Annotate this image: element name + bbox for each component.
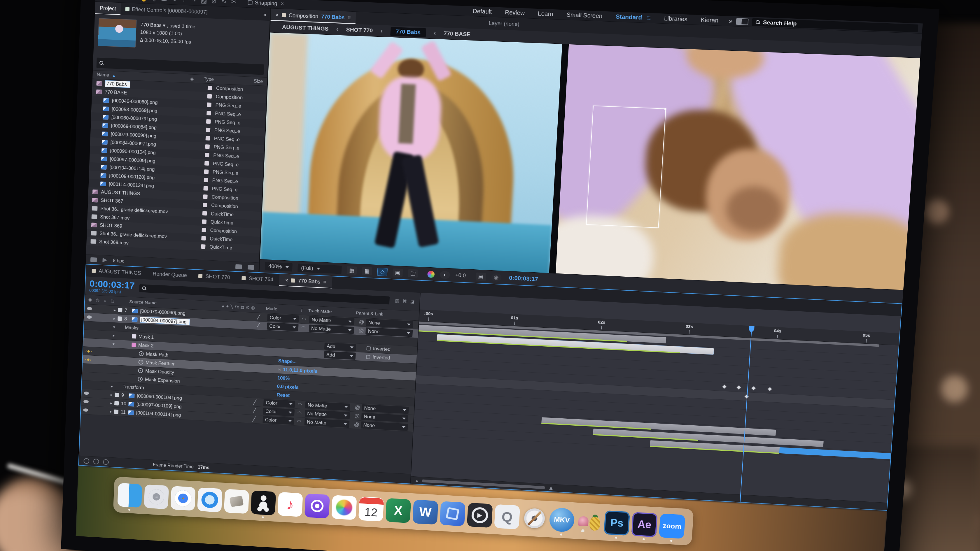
constrain-link-icon[interactable]: ∞ <box>278 367 282 372</box>
lock-column-icon[interactable]: ◻ <box>110 298 116 303</box>
clone-stamp-tool-icon[interactable]: ▨ <box>199 0 209 5</box>
workspace-menu-icon[interactable]: ≡ <box>647 14 651 22</box>
snapping-checkbox[interactable] <box>248 0 253 5</box>
workspace-tab-standard[interactable]: Standard <box>616 13 642 21</box>
mask-visibility-icon[interactable]: ◇ <box>377 268 388 276</box>
zoom-tool-icon[interactable]: ⌂ <box>119 0 130 2</box>
layer-label-swatch[interactable] <box>118 308 122 312</box>
label-color-swatch[interactable] <box>207 102 212 107</box>
eraser-tool-icon[interactable]: ⊘ <box>209 0 220 5</box>
breadcrumb-shot-770[interactable]: SHOT 770 <box>346 26 373 34</box>
breadcrumb-august-things[interactable]: AUGUST THINGS <box>282 24 329 32</box>
label-column-icon[interactable]: ◈ <box>190 76 204 82</box>
workspace-tab-small-screen[interactable]: Small Screen <box>566 11 603 19</box>
workspace-tab-learn[interactable]: Learn <box>538 10 553 17</box>
audio-column-icon[interactable]: ◎ <box>94 297 100 303</box>
workspace-tab-default[interactable]: Default <box>473 8 492 16</box>
magnification-dropdown[interactable]: 400% <box>265 262 293 272</box>
label-color-swatch[interactable] <box>202 228 206 232</box>
quality-switch-icon[interactable]: ╱ <box>250 322 267 329</box>
track-matte-toggle[interactable]: ◠ <box>298 402 305 408</box>
roto-brush-tool-icon[interactable]: ∿ <box>219 0 229 5</box>
dock-chrome-icon[interactable] <box>171 486 196 511</box>
dock-video-player-icon[interactable]: ▶ <box>467 503 493 528</box>
track-matte-toggle[interactable] <box>360 339 367 340</box>
track-matte-toggle[interactable]: ◠ <box>297 419 305 424</box>
keyframe-navigator-icon[interactable]: ‹◆› <box>85 357 92 362</box>
pickwhip-icon[interactable]: @ <box>357 319 366 326</box>
color-management-icon[interactable] <box>427 270 435 278</box>
column-size[interactable]: Size <box>250 78 263 84</box>
video-eye-icon[interactable] <box>83 408 88 412</box>
dock-disc-burner-icon[interactable] <box>522 506 547 531</box>
checkerboard-icon[interactable]: ▩ <box>362 267 372 275</box>
dock-system-settings-icon[interactable] <box>144 484 169 509</box>
dock-word-icon[interactable]: W <box>412 500 438 525</box>
puppet-pin-tool-icon[interactable]: ✂ <box>229 0 239 6</box>
breadcrumb-770-base[interactable]: 770 BASE <box>444 30 471 38</box>
dock-photos-icon[interactable] <box>331 495 357 520</box>
mode-dropdown[interactable]: Add <box>324 351 356 360</box>
workspace-tab-libraries[interactable]: Libraries <box>664 15 687 23</box>
layer-label-swatch[interactable] <box>115 393 119 397</box>
workspace-tab-kieran[interactable]: Kieran <box>701 17 719 24</box>
property-value[interactable]: Reset <box>277 392 290 398</box>
track-matte-dropdown[interactable]: No Matte <box>309 324 354 334</box>
label-color-swatch[interactable] <box>203 203 207 207</box>
frame-blending-toggle-icon[interactable] <box>93 459 99 464</box>
twirl-icon[interactable] <box>110 360 116 361</box>
twirl-icon[interactable] <box>110 352 116 353</box>
twirl-icon[interactable]: ▸ <box>108 409 114 414</box>
pickwhip-icon[interactable]: @ <box>357 328 366 334</box>
video-eye-icon[interactable] <box>83 400 89 403</box>
twirl-icon[interactable]: ▸ <box>108 400 115 405</box>
transparency-grid-icon[interactable]: ◫ <box>408 269 418 278</box>
column-mode[interactable]: Mode <box>266 306 301 313</box>
pickwhip-icon[interactable]: @ <box>353 404 362 411</box>
layer-name-edit-field[interactable]: [000084-000097].png <box>140 317 190 325</box>
motion-blur-toggle-icon[interactable] <box>103 459 109 465</box>
tab-layer[interactable]: Layer (none) <box>484 17 524 30</box>
snapping-close-icon[interactable]: × <box>281 1 284 7</box>
keyframe-icon[interactable] <box>767 387 772 391</box>
quality-switch-icon[interactable]: ╱ <box>245 416 263 422</box>
bit-depth[interactable]: 8 bpc <box>113 258 124 264</box>
orbit-camera-tool-icon[interactable]: ↻ <box>129 0 140 2</box>
dock-quicktime-icon[interactable]: Q <box>494 504 520 529</box>
track-matte-dropdown[interactable]: No Matte <box>304 418 349 428</box>
pen-tool-icon[interactable]: ✎ <box>169 0 180 3</box>
column-name[interactable]: Name <box>97 72 109 78</box>
viewer-timecode[interactable]: 0:00:03:17 <box>509 275 538 283</box>
project-tab-project[interactable]: Project <box>95 2 121 15</box>
twirl-icon[interactable]: ▾ <box>110 341 117 346</box>
column-type[interactable]: Type <box>204 76 250 83</box>
mode-dropdown[interactable]: Color <box>263 408 295 416</box>
panel-menu-icon[interactable]: ≡ <box>323 279 327 285</box>
interpret-footage-icon[interactable] <box>102 258 107 262</box>
label-color-swatch[interactable] <box>203 186 208 191</box>
show-snapshot-icon[interactable]: ◉ <box>491 273 501 281</box>
quality-switch-icon[interactable]: ╱ <box>246 408 263 414</box>
solo-column-icon[interactable]: ○ <box>102 298 108 303</box>
dock-zoom-icon[interactable]: zoom <box>659 513 686 539</box>
grid-guides-icon[interactable]: ▦ <box>347 266 357 275</box>
column-t[interactable]: T <box>300 308 308 313</box>
workspace-tab-review[interactable]: Review <box>505 9 525 17</box>
layer-label-swatch[interactable] <box>115 401 119 405</box>
zoom-in-mountain-icon[interactable]: ▲ <box>548 484 554 492</box>
dock-preview-icon[interactable] <box>224 489 249 514</box>
label-color-swatch[interactable] <box>208 86 212 91</box>
panel-menu-icon[interactable]: ≡ <box>347 14 351 21</box>
workspace-layout-icon[interactable] <box>736 18 748 25</box>
mask-color-swatch[interactable] <box>132 334 136 338</box>
track-matte-toggle[interactable]: ◠ <box>301 325 309 331</box>
flowchart-icon[interactable]: ⌘ <box>402 299 408 304</box>
label-color-swatch[interactable] <box>204 178 208 182</box>
panel-overflow-icon[interactable]: » <box>259 8 270 21</box>
shy-toggle-icon[interactable] <box>83 458 89 464</box>
mode-dropdown[interactable]: Color <box>262 416 294 425</box>
property-value[interactable]: 0.0 pixels <box>277 384 299 390</box>
new-composition-icon[interactable] <box>235 264 242 269</box>
zoom-out-mountain-icon[interactable]: ▲ <box>415 478 419 483</box>
timeline-tab-shot-770[interactable]: SHOT 770 <box>192 270 236 284</box>
